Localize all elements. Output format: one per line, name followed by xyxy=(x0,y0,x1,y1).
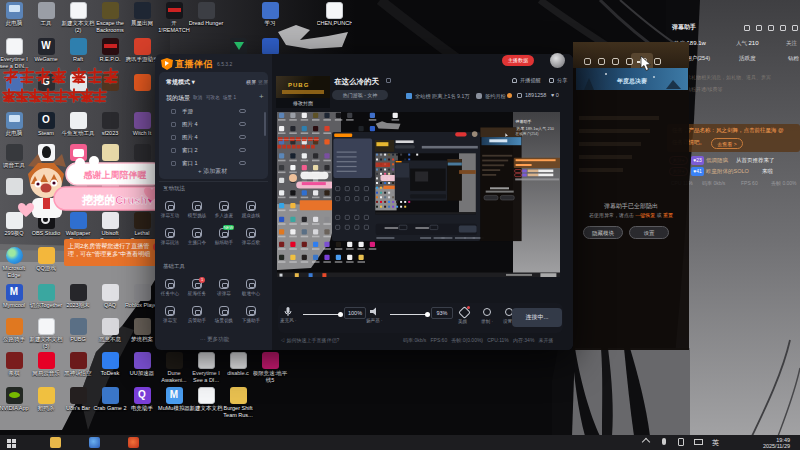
svg-text:在线用户(254): 在线用户(254) xyxy=(515,131,539,136)
svg-text:弹幕助手: 弹幕助手 xyxy=(516,119,532,124)
svg-text:感谢上周陪伴喔: 感谢上周陪伴喔 xyxy=(83,170,147,180)
svg-text:人气 210: 人气 210 xyxy=(537,126,555,131)
svg-text:挖挖的Crush♥: 挖挖的Crush♥ xyxy=(81,194,153,206)
svg-text:热度 189.1w: 热度 189.1w xyxy=(516,126,538,131)
svg-text:年度总决赛: 年度总决赛 xyxy=(616,77,647,85)
